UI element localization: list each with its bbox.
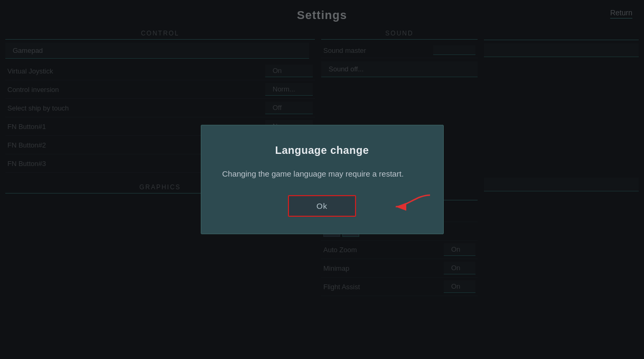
arrow-indicator [364, 191, 433, 225]
modal-overlay: Language change Changing the game langua… [0, 0, 644, 359]
language-change-modal: Language change Changing the game langua… [201, 125, 444, 234]
ok-button[interactable]: Ok [288, 195, 356, 217]
modal-button-row: Ok [222, 195, 422, 217]
modal-body: Changing the game language may require a… [222, 168, 422, 180]
arrow-svg [364, 191, 433, 223]
modal-title: Language change [222, 144, 422, 157]
